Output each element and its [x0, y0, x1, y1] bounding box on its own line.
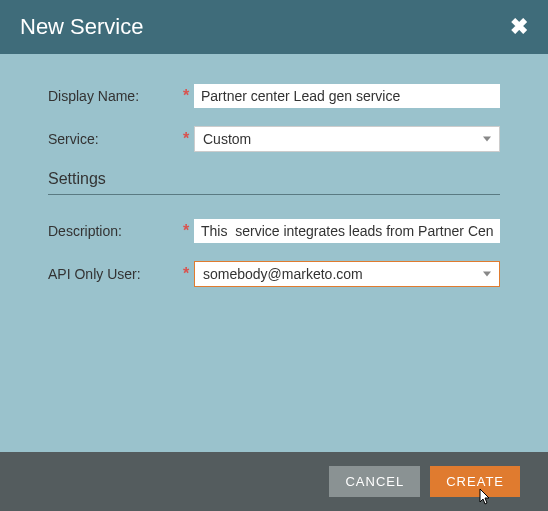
chevron-down-icon — [483, 137, 491, 142]
row-api-only-user: API Only User: * somebody@marketo.com — [48, 261, 500, 287]
row-description: Description: * — [48, 219, 500, 243]
api-only-user-select-value: somebody@marketo.com — [203, 266, 363, 282]
close-icon[interactable]: ✖ — [510, 16, 528, 38]
new-service-dialog: New Service ✖ Display Name: * Service: *… — [0, 0, 548, 511]
description-input[interactable] — [194, 219, 500, 243]
cancel-button[interactable]: CANCEL — [329, 466, 420, 497]
chevron-down-icon — [483, 272, 491, 277]
dialog-footer: CANCEL CREATE — [0, 452, 548, 511]
required-marker: * — [178, 87, 194, 105]
dialog-content: Display Name: * Service: * Custom Settin… — [0, 54, 548, 452]
api-only-user-label: API Only User: — [48, 266, 178, 282]
row-display-name: Display Name: * — [48, 84, 500, 108]
api-only-user-select[interactable]: somebody@marketo.com — [194, 261, 500, 287]
dialog-titlebar: New Service ✖ — [0, 0, 548, 54]
required-marker: * — [178, 222, 194, 240]
description-label: Description: — [48, 223, 178, 239]
required-marker: * — [178, 265, 194, 283]
service-select[interactable]: Custom — [194, 126, 500, 152]
settings-divider — [48, 194, 500, 195]
settings-heading: Settings — [48, 170, 500, 188]
display-name-label: Display Name: — [48, 88, 178, 104]
dialog-title: New Service — [20, 14, 143, 40]
service-select-value: Custom — [203, 131, 251, 147]
row-service: Service: * Custom — [48, 126, 500, 152]
required-marker: * — [178, 130, 194, 148]
display-name-input[interactable] — [194, 84, 500, 108]
create-button[interactable]: CREATE — [430, 466, 520, 497]
service-label: Service: — [48, 131, 178, 147]
